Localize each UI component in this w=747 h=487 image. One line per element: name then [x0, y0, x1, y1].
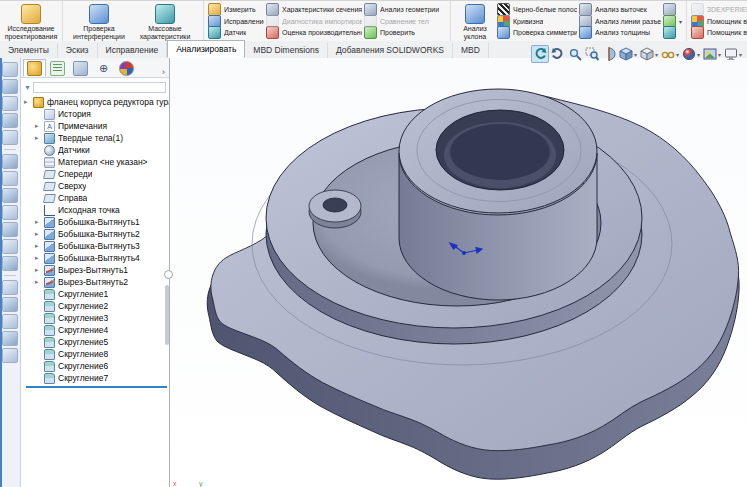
tree-item-fillet2[interactable]: Скругление2 — [21, 300, 169, 312]
tab-evaluate[interactable]: Анализировать — [167, 40, 245, 58]
configuration-manager-tab[interactable] — [69, 59, 92, 77]
tree-item-part-root[interactable]: фланец корпуса редуктора гура (По ум — [21, 96, 169, 108]
expand-arrow-icon[interactable] — [35, 132, 41, 144]
tree-filter-input[interactable] — [33, 82, 166, 93]
tree-item-cut-extrude2[interactable]: Вырез-Вытянуть2 — [21, 276, 169, 288]
tree-scrollbar[interactable] — [165, 285, 169, 345]
3d-model-flange-part[interactable]: x y — [170, 58, 747, 487]
sphere-icon[interactable] — [2, 96, 18, 111]
tree-item-boss-extrude4[interactable]: Бобышка-Вытянуть4 — [21, 252, 169, 264]
simulation-advisor-button[interactable]: Помощник выполнения анализа Simu — [691, 16, 747, 27]
performance-evaluation-button[interactable]: Оценка производительности — [266, 27, 362, 38]
tree-item-cut-extrude1[interactable]: Вырез-Вытянуть1 — [21, 264, 169, 276]
3dexperience-connector-button[interactable]: 3DEXPERIENCE Simulation Connector — [691, 4, 747, 15]
search-icon[interactable] — [2, 171, 18, 186]
box-icon[interactable] — [2, 222, 18, 237]
zoom-fit-icon[interactable] — [567, 46, 583, 62]
camera-icon[interactable] — [2, 154, 18, 169]
gear-icon[interactable] — [2, 188, 18, 203]
tree-item-boss-extrude2[interactable]: Бобышка-Вытянуть2 — [21, 228, 169, 240]
expand-arrow-icon[interactable] — [35, 120, 41, 132]
expand-arrow-icon[interactable] — [24, 96, 30, 108]
sheet-icon[interactable] — [2, 113, 18, 128]
floxpress-advisor-button[interactable]: Помощник выполнения анализа FloXp — [691, 27, 747, 38]
tree-item-origin[interactable]: Исходная точка — [21, 204, 169, 216]
view-orientation-icon[interactable]: ▾ — [618, 46, 638, 62]
tree-item-fillet4[interactable]: Скругление4 — [21, 324, 169, 336]
tree-item-fillet7[interactable]: Скругление7 — [21, 372, 169, 384]
panel-splitter-handle[interactable] — [164, 270, 173, 279]
zoom-area-icon[interactable] — [584, 46, 600, 62]
expand-arrow-icon[interactable] — [35, 240, 41, 252]
tree-item-plane-top[interactable]: Сверху — [21, 180, 169, 192]
display-manager-tab[interactable] — [115, 59, 138, 77]
repair-button[interactable]: Исправление — [208, 16, 264, 27]
glasses-icon[interactable] — [2, 205, 18, 220]
draft-analysis-button[interactable]: Анализ уклона — [454, 2, 496, 40]
document-icon[interactable] — [2, 62, 18, 77]
tree-item-fillet6[interactable]: Скругление6 — [21, 360, 169, 372]
image-icon[interactable] — [2, 280, 18, 295]
mass-properties-button[interactable]: Массовые характеристики — [132, 2, 198, 40]
dimxpert-manager-tab[interactable] — [92, 59, 115, 77]
section-view-icon[interactable] — [601, 46, 617, 62]
tree-item-boss-extrude3[interactable]: Бобышка-Вытянуть3 — [21, 240, 169, 252]
edit-appearance-icon[interactable]: ▾ — [681, 46, 701, 62]
symmetry-check-button[interactable]: Проверка симметрии — [497, 27, 577, 38]
hide-show-items-icon[interactable]: ▾ — [660, 46, 680, 62]
zebra-stripes-button[interactable]: Черно-белые полосы — [497, 4, 577, 15]
compare-documents-button[interactable]: ▾ — [663, 16, 682, 27]
geometry-analysis-button[interactable]: Анализ геометрии — [364, 4, 446, 15]
feature-manager-tab[interactable] — [23, 59, 46, 77]
note-icon[interactable] — [2, 348, 18, 363]
report-button[interactable] — [663, 4, 682, 15]
deviation-analysis-button[interactable] — [663, 27, 682, 38]
tab-mbd[interactable]: MBD — [453, 43, 489, 58]
curvature-button[interactable]: Кривизна — [497, 16, 577, 27]
small-boss-hole[interactable] — [323, 198, 347, 212]
tab-solidworks-addins[interactable]: Добавления SOLIDWORKS — [328, 43, 453, 58]
tree-item-fillet3[interactable]: Скругление3 — [21, 312, 169, 324]
expand-arrow-icon[interactable] — [35, 252, 41, 264]
tree-item-fillet1[interactable]: Скругление1 — [21, 288, 169, 300]
check-button[interactable]: Проверить — [364, 27, 446, 38]
expand-arrow-icon[interactable] — [35, 228, 41, 240]
import-diagnostics-button[interactable]: Диагностика импортирования — [266, 16, 362, 27]
tab-sketch[interactable]: Эскиз — [58, 43, 98, 58]
cube-icon[interactable] — [2, 239, 18, 254]
tree-item-sensors[interactable]: Датчики — [21, 144, 169, 156]
globe-icon[interactable] — [2, 297, 18, 312]
tree-item-material[interactable]: Материал <не указан> — [21, 156, 169, 168]
send-icon[interactable] — [2, 79, 18, 94]
graphics-viewport[interactable]: x y — [170, 58, 747, 487]
more-tabs-arrow-icon[interactable] — [158, 67, 169, 77]
design-study-button[interactable]: Исследование проектирования ▾ — [3, 2, 59, 40]
tree-item-history[interactable]: История — [21, 108, 169, 120]
parting-line-analysis-button[interactable]: Анализ линии разъема — [579, 16, 661, 27]
interference-check-button[interactable]: Проверка интерференции — [66, 2, 132, 40]
expand-arrow-icon[interactable] — [35, 264, 41, 276]
tab-repair[interactable]: Исправление — [98, 43, 168, 58]
tab-features[interactable]: Элементы — [0, 43, 58, 58]
compare-bodies-button[interactable]: Сравнение тел — [364, 16, 446, 27]
tree-item-annotations[interactable]: Примечания — [21, 120, 169, 132]
tree-item-solid-bodies[interactable]: Твердые тела(1) — [21, 132, 169, 144]
apply-scene-icon[interactable]: ▾ — [702, 46, 722, 62]
rotate-view-icon[interactable] — [550, 46, 566, 62]
rollback-bar[interactable] — [26, 386, 167, 388]
tree-item-boss-extrude1[interactable]: Бобышка-Вытянуть1 — [21, 216, 169, 228]
previous-view-icon[interactable] — [531, 45, 549, 63]
move-icon[interactable] — [2, 256, 18, 271]
section-icon[interactable] — [2, 314, 18, 329]
tree-item-plane-right[interactable]: Справа — [21, 192, 169, 204]
expand-arrow-icon[interactable] — [35, 216, 41, 228]
expand-arrow-icon[interactable] — [35, 276, 41, 288]
display-style-icon[interactable]: ▾ — [639, 46, 659, 62]
tree-item-fillet8[interactable]: Скругление8 — [21, 348, 169, 360]
tab-mbd-dimensions[interactable]: MBD Dimensions — [245, 43, 328, 58]
section-properties-button[interactable]: Характеристики сечения — [266, 4, 362, 15]
spring-icon[interactable] — [2, 130, 18, 145]
tree-item-fillet5[interactable]: Скругление5 — [21, 336, 169, 348]
property-manager-tab[interactable] — [46, 59, 69, 77]
sensor-button[interactable]: Датчик — [208, 27, 264, 38]
